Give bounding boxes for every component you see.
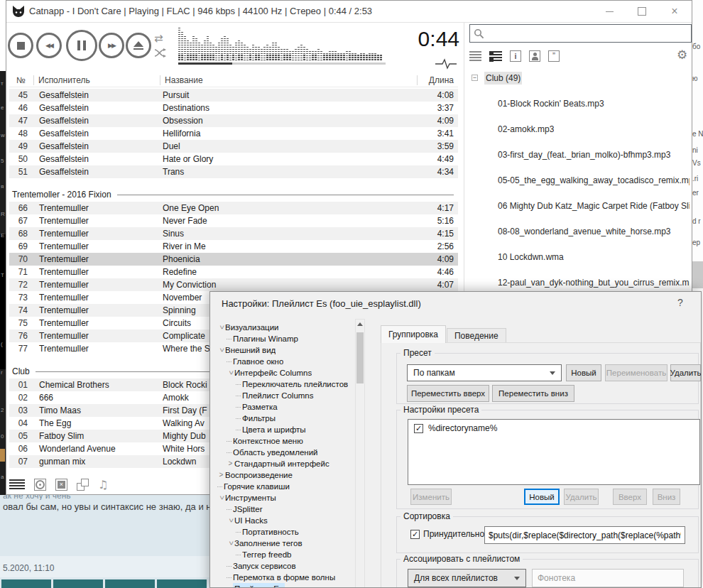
- playlist-row[interactable]: 47GesaffelsteinObsession4:09: [9, 114, 458, 127]
- preferences-tree-item[interactable]: >UI Hacks: [217, 515, 354, 526]
- item-down-button[interactable]: Вниз: [653, 489, 680, 505]
- gear-icon[interactable]: ⚙: [677, 48, 687, 62]
- playlist-row[interactable]: 69TrentemшllerRiver in Me2:56: [9, 240, 458, 253]
- pattern-item[interactable]: ✓ %directoryname%: [408, 420, 699, 433]
- repeat-button[interactable]: ⇄: [154, 32, 163, 45]
- maximize-button[interactable]: [630, 1, 654, 22]
- associate-playlist-field[interactable]: [532, 569, 684, 587]
- item-new-button[interactable]: Новый: [524, 489, 560, 505]
- library-tree-item[interactable]: 12-paul_van_dyk-nothing_but_you_cirrus_r…: [467, 276, 692, 289]
- column-header-number[interactable]: №: [9, 75, 33, 85]
- scroll-thumb[interactable]: [356, 332, 364, 383]
- library-tree-item[interactable]: 05-05_the_egg_walking_away_tocadisco_rem…: [467, 174, 692, 187]
- associate-combobox[interactable]: Для всех плейлистов: [408, 569, 526, 587]
- preferences-tree-item[interactable]: Фильтры: [217, 413, 354, 424]
- preferences-tree-item[interactable]: Запуск сервисов: [217, 560, 354, 572]
- preferences-tree-item[interactable]: Теггер freedb: [217, 549, 354, 560]
- preset-delete-button[interactable]: Удалить: [670, 364, 701, 381]
- pattern-listbox[interactable]: ✓ %directoryname%: [408, 419, 700, 485]
- info-icon[interactable]: i: [510, 50, 521, 62]
- scroll-up-arrow[interactable]: [357, 322, 363, 326]
- eject-button[interactable]: [126, 33, 151, 58]
- playlist-menu-icon[interactable]: [9, 479, 25, 490]
- preferences-tree-item[interactable]: >Заполнение тегов: [217, 538, 354, 549]
- preferences-tree-item[interactable]: Цвета и шрифты: [217, 424, 354, 435]
- copy-icon[interactable]: [77, 479, 89, 491]
- tree-expander-icon[interactable]: −: [472, 75, 478, 81]
- playlist-row[interactable]: 50GesaffelsteinHate or Glory4:49: [9, 153, 458, 165]
- seekbar[interactable]: [178, 62, 386, 65]
- playlist-row[interactable]: 45GesaffelsteinPursuit4:08: [9, 89, 458, 102]
- playlist-row[interactable]: 67TrentemшllerNever Fade5:16: [9, 214, 458, 227]
- move-down-button[interactable]: Переместить вниз: [492, 385, 574, 402]
- column-header-artist[interactable]: Исполнитель: [33, 75, 160, 85]
- item-up-button[interactable]: Вверх: [613, 489, 647, 505]
- pattern-checkbox[interactable]: ✓: [414, 424, 423, 433]
- pause-button[interactable]: [66, 30, 97, 61]
- library-tree-item[interactable]: 03-first_day_(feat._brian_molko)-bfhmp3.…: [467, 148, 692, 161]
- sorting-force-checkbox[interactable]: ✓: [410, 530, 420, 539]
- preferences-tree-item[interactable]: JSplitter: [217, 503, 354, 515]
- column-header-title[interactable]: Название: [160, 75, 417, 85]
- preferences-tree-item[interactable]: >Интерфейс Columns: [217, 367, 354, 379]
- preferences-tree-item[interactable]: Область уведомлений: [217, 447, 354, 458]
- preferences-tree-item[interactable]: >Стандартный интерфейс: [217, 458, 354, 469]
- library-tree-item[interactable]: 01-Block Rockin' Beats.mp3: [467, 97, 692, 110]
- burst-icon[interactable]: ×: [55, 479, 67, 491]
- playlist-row[interactable]: 70TrentemшllerPhoenicia4:09: [9, 253, 458, 266]
- disc-icon[interactable]: [34, 479, 46, 491]
- preferences-tree-item[interactable]: Горячие клавиши: [217, 481, 354, 492]
- playlist-row[interactable]: 51GesaffelsteinTrans4:34: [9, 165, 458, 178]
- playlist-row[interactable]: 68TrentemшllerSinus4:15: [9, 227, 458, 240]
- playlist-row[interactable]: 49GesaffelsteinDuel3:59: [9, 140, 458, 153]
- preferences-tree-item[interactable]: Разметка: [217, 401, 354, 413]
- rewind-button[interactable]: ◀◀: [36, 33, 62, 58]
- preferences-tree-item[interactable]: Перемотка в форме волны: [217, 572, 354, 583]
- search-input[interactable]: [484, 26, 691, 40]
- preferences-tree-item[interactable]: >Воспроизведение: [217, 469, 354, 481]
- preferences-tree-item[interactable]: >Инструменты: [217, 492, 354, 503]
- playlist-row[interactable]: 66TrentemшllerOne Eye Open4:17: [9, 202, 458, 214]
- preferences-tree-item[interactable]: >Визуализации: [217, 322, 354, 333]
- preferences-tree-item[interactable]: Плейлист Columns: [217, 390, 354, 401]
- library-tree-item[interactable]: 08-08_wonderland_avenue_white_horse.mp3: [467, 225, 692, 238]
- library-tree-item[interactable]: 10 Lockdwn.wma: [467, 251, 692, 263]
- music-note-icon[interactable]: ♫: [98, 479, 108, 491]
- library-tree-item[interactable]: −Club (49): [467, 72, 692, 85]
- preferences-tree-item[interactable]: Плейлист Es: [217, 583, 354, 588]
- preset-new-button[interactable]: Новый: [566, 364, 601, 381]
- edit-button[interactable]: Изменить: [410, 489, 452, 505]
- forward-button[interactable]: ▶▶: [99, 33, 124, 58]
- tab-behavior[interactable]: Поведение: [447, 328, 506, 343]
- preferences-tree-item[interactable]: Портативность: [217, 526, 354, 538]
- search-box: [469, 24, 692, 43]
- preset-combobox[interactable]: По папкам: [407, 364, 562, 381]
- item-delete-button[interactable]: Удалить: [564, 489, 599, 505]
- help-button[interactable]: ?: [677, 297, 683, 308]
- preferences-tree-item[interactable]: >Внешний вид: [217, 344, 354, 356]
- playlist-row[interactable]: 46GesaffelsteinDestinations3:37: [9, 102, 458, 114]
- stop-button[interactable]: [8, 33, 33, 58]
- preferences-tree-item[interactable]: Главное окно: [217, 356, 354, 367]
- preferences-tree-item[interactable]: Плагины Winamp: [217, 333, 354, 344]
- preferences-tree-item[interactable]: Переключатель плейлистов: [217, 379, 354, 390]
- playlist-row[interactable]: 48GesaffelsteinHellifornia3:41: [9, 127, 458, 140]
- sort-pattern-input[interactable]: [484, 526, 685, 544]
- column-header-length[interactable]: Длина: [417, 75, 458, 85]
- tab-grouping[interactable]: Группировка: [381, 325, 446, 343]
- lyrics-icon[interactable]: ”: [548, 50, 560, 62]
- minimize-button[interactable]: [597, 1, 621, 22]
- playlist-row[interactable]: 72TrentemшllerMy Conviction4:07: [9, 278, 458, 291]
- detail-view-icon[interactable]: [489, 51, 502, 62]
- artist-icon[interactable]: [529, 50, 540, 62]
- preset-rename-button[interactable]: Переименовать: [605, 364, 667, 381]
- move-up-button[interactable]: Переместить вверх: [407, 385, 489, 402]
- preferences-tree-scrollbar[interactable]: [355, 319, 365, 588]
- shuffle-button[interactable]: [154, 48, 166, 61]
- library-tree-item[interactable]: 02-amokk.mp3: [467, 123, 692, 136]
- preferences-tree-item[interactable]: Контекстное меню: [217, 435, 354, 447]
- list-view-icon[interactable]: [469, 51, 481, 61]
- playlist-row[interactable]: 71TrentemшllerRedefine4:46: [9, 266, 458, 278]
- close-button[interactable]: ×: [663, 1, 687, 22]
- library-tree-item[interactable]: 06 Mighty Dub Katz_Magic Carpet Ride (Fa…: [467, 200, 692, 212]
